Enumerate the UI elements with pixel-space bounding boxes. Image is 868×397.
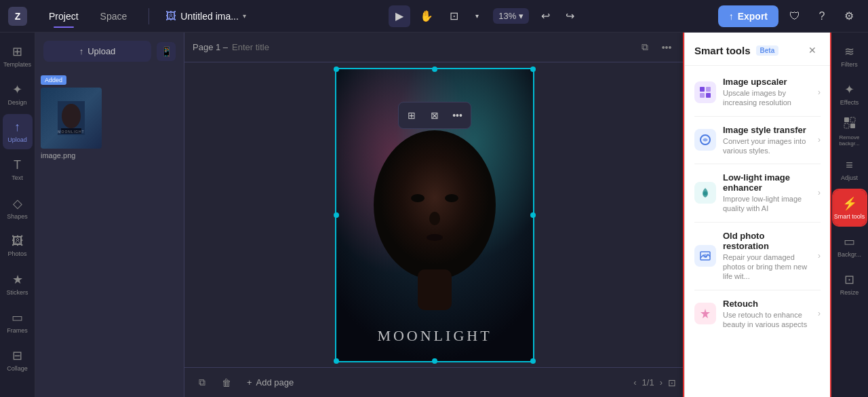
old-photo-text: Old photo restoration Repair your damage…	[723, 231, 811, 282]
sidebar-item-shapes[interactable]: ◇ Shapes	[3, 190, 33, 225]
tab-space[interactable]: Space	[90, 5, 138, 27]
sidebar-item-collage[interactable]: ⊟ Collage	[3, 342, 33, 377]
sidebar-item-text[interactable]: T Text	[3, 152, 33, 187]
export-icon: ↑	[729, 11, 734, 22]
canvas-body[interactable]: ⊞ ⊠ ••• THIS IS THE GLORY OF A LIFETIME	[184, 62, 684, 367]
sidebar-item-stickers[interactable]: ★ Stickers	[3, 266, 33, 301]
canvas-more-icon-btn[interactable]: •••	[657, 38, 676, 57]
bottom-trash-btn[interactable]: 🗑	[217, 373, 236, 392]
document-chevron-icon: ▾	[243, 12, 246, 20]
right-item-filters[interactable]: ≋ Filters	[833, 38, 866, 73]
smart-tools-label: Smart tools	[834, 213, 865, 220]
filters-icon: ≋	[844, 44, 854, 59]
svg-point-12	[427, 234, 443, 241]
sel-btn-mosaic[interactable]: ⊠	[425, 105, 445, 126]
shield-btn[interactable]: 🛡	[784, 5, 806, 27]
handle-br[interactable]	[530, 358, 536, 364]
sidebar-item-templates[interactable]: ⊞ Templates	[3, 38, 33, 73]
upload-label: Upload	[7, 136, 27, 143]
add-page-btn[interactable]: + Add page	[241, 375, 299, 390]
topbar-document[interactable]: 🖼 Untitled ima... ▾	[160, 7, 252, 25]
handle-mr[interactable]	[530, 212, 536, 218]
smart-tool-list: Image upscaler Upscale images by increas…	[685, 66, 830, 397]
smart-tools-close-btn[interactable]: ✕	[804, 42, 821, 58]
page-nav-prev[interactable]: ‹	[633, 377, 636, 387]
select-tool-btn[interactable]: ▶	[389, 5, 410, 27]
svg-point-19	[703, 191, 707, 195]
sel-btn-more[interactable]: •••	[448, 105, 468, 126]
templates-label: Templates	[3, 61, 31, 68]
templates-icon: ⊞	[12, 44, 22, 59]
svg-point-10	[445, 194, 458, 202]
selection-toolbar: ⊞ ⊠ •••	[398, 102, 471, 129]
upload-panel: ↑ Upload 📱 Added MOONLIGHT	[35, 33, 184, 397]
handle-tc[interactable]	[432, 67, 437, 72]
old-photo-name: Old photo restoration	[723, 231, 811, 251]
handle-bc[interactable]	[432, 358, 437, 364]
zoom-control[interactable]: 13% ▾	[493, 8, 529, 24]
smart-tool-image-upscaler[interactable]: Image upscaler Upscale images by increas…	[685, 70, 830, 115]
image-upscaler-icon	[694, 81, 716, 103]
bottom-copy-btn[interactable]: ⧉	[193, 373, 212, 392]
handle-tl[interactable]	[334, 67, 339, 72]
export-btn[interactable]: ↑ Export	[718, 5, 778, 27]
low-light-desc: Improve low-light image quality with AI	[723, 194, 811, 214]
smart-tool-old-photo[interactable]: Old photo restoration Repair your damage…	[685, 224, 830, 288]
frames-icon: ▭	[12, 310, 23, 325]
svg-rect-22	[844, 117, 849, 122]
fit-screen-btn[interactable]: ⊡	[668, 377, 676, 388]
filters-label: Filters	[841, 61, 858, 68]
sidebar-item-frames[interactable]: ▭ Frames	[3, 304, 33, 339]
mobile-icon-btn[interactable]: 📱	[157, 42, 176, 61]
logo[interactable]: Z	[8, 7, 27, 26]
frame-tool-btn[interactable]: ⊡	[443, 5, 465, 27]
sidebar-item-upload[interactable]: ↑ Upload	[3, 114, 33, 149]
topbar-center-tools: ▶ ✋ ⊡ ▾ 13% ▾ ↩ ↪	[257, 5, 713, 27]
svg-rect-16	[700, 93, 705, 98]
right-item-resize[interactable]: ⊡ Resize	[833, 266, 866, 301]
handle-tr[interactable]	[530, 67, 536, 72]
help-btn[interactable]: ?	[811, 5, 833, 27]
handle-bl[interactable]	[334, 358, 339, 364]
effects-icon: ✦	[844, 82, 854, 97]
document-name: Untitled ima...	[180, 11, 239, 22]
divider-3	[694, 222, 821, 223]
redo-btn[interactable]: ↪	[559, 5, 580, 27]
frame-tool-chevron[interactable]: ▾	[466, 5, 488, 27]
upload-btn-icon: ↑	[79, 46, 84, 56]
tab-project[interactable]: Project	[38, 5, 90, 27]
right-item-effects[interactable]: ✦ Effects	[833, 76, 866, 111]
smart-tool-style-transfer[interactable]: Image style transfer Convert your images…	[685, 118, 830, 163]
beta-badge: Beta	[756, 45, 779, 56]
style-transfer-text: Image style transfer Convert your images…	[723, 125, 811, 156]
canvas-bottom-bar: ⧉ 🗑 + Add page ‹ 1/1 › ⊡	[184, 367, 684, 397]
svg-text:MOONLIGHT: MOONLIGHT	[58, 130, 84, 134]
upload-btn[interactable]: ↑ Upload	[43, 41, 151, 62]
added-badge: Added	[41, 75, 66, 85]
export-label: Export	[738, 11, 768, 22]
svg-rect-25	[850, 124, 855, 128]
right-item-background[interactable]: ▭ Backgr...	[833, 228, 866, 263]
divider-2	[694, 164, 821, 164]
smart-tool-retouch[interactable]: Retouch Use retouch to enhance beauty in…	[685, 292, 830, 337]
zoom-chevron-icon: ▾	[519, 11, 524, 21]
page-title-input[interactable]	[232, 42, 346, 52]
smart-tool-low-light[interactable]: Low-light image enhancer Improve low-lig…	[685, 166, 830, 221]
right-item-smart-tools[interactable]: ⚡ Smart tools	[833, 190, 866, 225]
handle-ml[interactable]	[334, 212, 339, 218]
right-item-adjust[interactable]: ≡ Adjust	[833, 152, 866, 187]
style-transfer-icon	[694, 129, 716, 151]
undo-btn[interactable]: ↩	[534, 5, 556, 27]
page-nav-next[interactable]: ›	[660, 377, 663, 387]
right-item-remove-bg[interactable]: Remove backgr...	[833, 114, 866, 149]
shapes-label: Shapes	[7, 213, 28, 220]
svg-rect-15	[706, 87, 711, 92]
settings-btn[interactable]: ⚙	[838, 5, 860, 27]
sidebar-item-design[interactable]: ✦ Design	[3, 76, 33, 111]
image-thumbnail[interactable]: MOONLIGHT	[41, 88, 102, 149]
canvas-copy-icon-btn[interactable]: ⧉	[635, 38, 654, 57]
sel-btn-grid[interactable]: ⊞	[401, 105, 422, 126]
sidebar-item-photos[interactable]: 🖼 Photos	[3, 228, 33, 263]
hand-tool-btn[interactable]: ✋	[416, 5, 437, 27]
photos-label: Photos	[7, 250, 26, 257]
